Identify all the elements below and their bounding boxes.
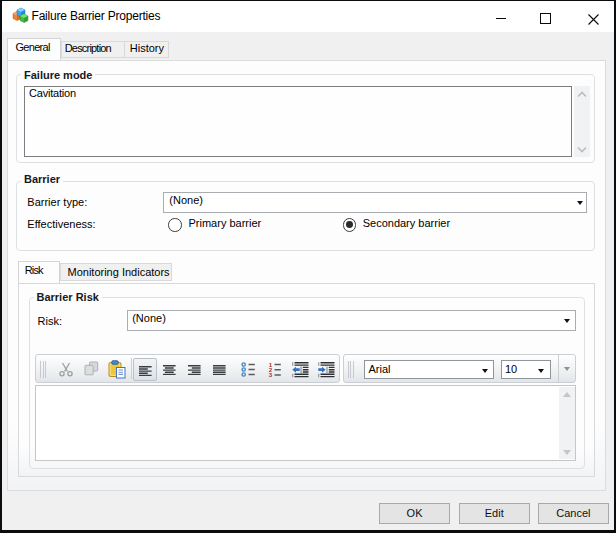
svg-text:3: 3 bbox=[268, 371, 272, 378]
